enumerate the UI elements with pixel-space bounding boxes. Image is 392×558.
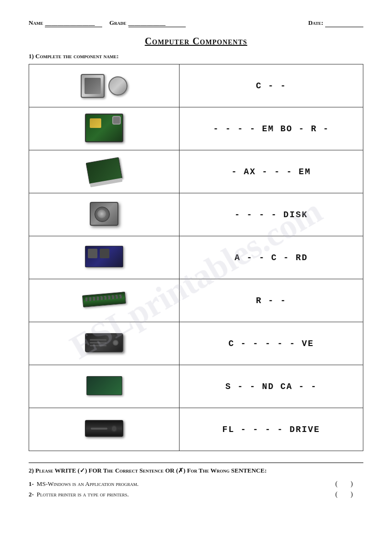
image-cell-cpu [29, 64, 180, 107]
ram-stick-icon [82, 292, 126, 307]
table-row: - AX - - - EM [29, 150, 363, 193]
clue-text-cddrive: C - - - - - VE [228, 339, 314, 348]
sentence-num-1: 1- [29, 480, 34, 488]
image-cell-ram [29, 279, 180, 322]
image-cell-hdd [29, 193, 180, 236]
image-cell-cddrive [29, 322, 180, 365]
answer-parens-1: ( ) [335, 480, 359, 488]
image-cell-floppy [29, 408, 180, 451]
clue-text-hdd: - - - - DISK [234, 210, 308, 220]
image-cell-expansion [29, 150, 180, 193]
table-row: A - - C - RD [29, 236, 363, 279]
table-row: FL - - - - DRIVE [29, 408, 363, 451]
clue-text-soundcard: S - - ND CA - - [225, 382, 317, 391]
clue-text-motherboard: - - - - EM BO - R - [213, 124, 329, 134]
clue-cell-motherboard: - - - - EM BO - R - [180, 107, 363, 150]
date-field: Date: [308, 19, 363, 27]
grade-underline: ____________ [128, 19, 186, 27]
clue-text-cpu: C - - [256, 81, 286, 91]
table-row: C - - [29, 64, 363, 107]
clue-text-expansion: - AX - - - EM [232, 167, 311, 177]
table-row: - - - - EM BO - R - [29, 107, 363, 150]
sentence-row-2: 2- Plotter printer is a type of printers… [29, 491, 363, 498]
image-cell-motherboard [29, 107, 180, 150]
grade-label: Grade [109, 19, 127, 27]
cpu-chip-icon [81, 74, 105, 98]
section2-instruction: 2) Please WRITE (✓) FOR The Correct Sent… [29, 463, 363, 474]
clue-text-ram: R - - [256, 296, 286, 305]
answer-parens-2: ( ) [335, 491, 359, 498]
clue-text-audiocard: A - - C - RD [234, 253, 308, 263]
table-row: - - - - DISK [29, 193, 363, 236]
motherboard-icon [85, 114, 123, 142]
header: Name ________________ Grade ____________… [29, 19, 363, 27]
clue-cell-ram: R - - [180, 279, 363, 322]
floppy-drive-icon [85, 420, 123, 437]
table-row: C - - - - - VE [29, 322, 363, 365]
clue-cell-audiocard: A - - C - RD [180, 236, 363, 279]
section1-instruction: 1) Complete the component name: [29, 53, 363, 60]
name-field: Name ________________ Grade ____________ [29, 19, 186, 27]
table-row: R - - [29, 279, 363, 322]
audio-card-icon [85, 246, 123, 267]
image-cell-soundcard [29, 365, 180, 408]
components-table: C - - - - - - EM BO - R - - AX - - - EM … [29, 64, 363, 451]
clue-cell-expansion: - AX - - - EM [180, 150, 363, 193]
date-label: Date: [308, 19, 323, 27]
clue-cell-soundcard: S - - ND CA - - [180, 365, 363, 408]
table-row: S - - ND CA - - [29, 365, 363, 408]
sentence-text-2: Plotter printer is a type of printers. [37, 491, 129, 498]
clue-text-floppy: FL - - - - DRIVE [222, 425, 320, 434]
clue-cell-cddrive: C - - - - - VE [180, 322, 363, 365]
clue-cell-hdd: - - - - DISK [180, 193, 363, 236]
sound-card-icon [86, 376, 122, 395]
date-underline [325, 19, 363, 27]
image-cell-audiocard [29, 236, 180, 279]
name-underline: ________________ [45, 19, 102, 27]
sentence-text-1: MS-Windows is an Application program. [37, 480, 138, 488]
cpu-round-icon [108, 76, 127, 95]
expansion-card-icon [86, 157, 123, 184]
hard-disk-icon [90, 202, 118, 226]
sentence-row-1: 1- MS-Windows is an Application program.… [29, 480, 363, 488]
name-label: Name [29, 19, 43, 27]
page-title: Computer Components [29, 36, 363, 47]
cd-drive-icon [85, 333, 123, 352]
clue-cell-cpu: C - - [180, 64, 363, 107]
clue-cell-floppy: FL - - - - DRIVE [180, 408, 363, 451]
sentence-num-2: 2- [29, 491, 34, 498]
cpu-image-group [33, 74, 175, 98]
